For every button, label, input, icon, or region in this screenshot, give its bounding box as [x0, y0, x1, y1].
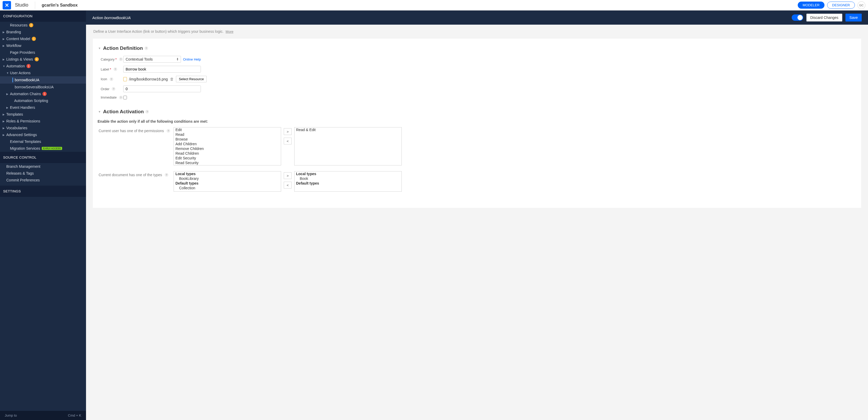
move-left-button[interactable]: < [284, 138, 291, 144]
description-text: Define a User Interface Action (link or … [93, 29, 223, 34]
list-item[interactable]: Edit Security [174, 156, 281, 160]
help-icon[interactable]: ? [114, 67, 117, 71]
sidebar-item-external-templates[interactable]: External Templates [0, 138, 86, 145]
enable-toggle[interactable] [792, 14, 803, 21]
immediate-checkbox[interactable] [123, 96, 127, 99]
trash-icon[interactable]: 🗑 [170, 77, 174, 81]
caret-right-icon: ▶ [3, 37, 6, 40]
help-icon[interactable]: ? [119, 96, 123, 99]
permissions-row: Current user has one of the permissions?… [96, 127, 858, 165]
help-icon[interactable]: ? [119, 57, 123, 61]
discard-button[interactable]: Discard Changes [806, 13, 842, 22]
sidebar-item-vocabularies[interactable]: ▶Vocabularies [0, 125, 86, 131]
permissions-available-listbox[interactable]: EditReadBrowseAdd ChildrenRemove Childre… [174, 127, 281, 165]
app-logo-icon[interactable]: ✕ [3, 1, 11, 9]
list-item[interactable]: Read Children [174, 151, 281, 156]
sidebar-item-borrow-several-books-ua[interactable]: borrowSeveralBooksUA [0, 84, 86, 91]
list-item[interactable]: Read [174, 132, 281, 137]
caret-right-icon: ▶ [3, 113, 6, 116]
section-title: Action Activation [103, 109, 144, 115]
sidebar-item-releases[interactable]: Releases & Tags [0, 170, 86, 177]
badge: 1 [32, 37, 36, 41]
sidebar-item-branch-mgmt[interactable]: Branch Management [0, 163, 86, 170]
list-item[interactable]: BookLibrary [174, 176, 281, 181]
label-input[interactable] [123, 66, 201, 73]
move-left-button[interactable]: < [284, 182, 291, 189]
sidebar-section-settings: SETTINGS [0, 186, 86, 197]
required-icon: * [115, 57, 117, 61]
list-item[interactable]: Add Children [174, 141, 281, 146]
list-item[interactable]: Edit [174, 127, 281, 132]
sidebar-item-event-handlers[interactable]: ▶Event Handlers [0, 104, 86, 111]
sidebar-jump-to[interactable]: Jump to Cmd + K [0, 411, 86, 420]
help-icon[interactable]: ? [145, 110, 149, 114]
sidebar-item-automation-scripting[interactable]: Automation Scripting [0, 97, 86, 104]
sidebar-item-roles[interactable]: ▶Roles & Permissions [0, 118, 86, 125]
caret-right-icon: ▶ [3, 44, 6, 47]
sidebar-item-resources[interactable]: Resources2 [0, 22, 86, 29]
section-caret-icon[interactable]: ▼ [98, 47, 101, 50]
sidebar-item-listings[interactable]: ▶Listings & Views4 [0, 56, 86, 63]
sidebar-item-commit-prefs[interactable]: Commit Preferences [0, 177, 86, 184]
main-content: Action borrowBookUA Discard Changes Save… [86, 10, 868, 420]
user-avatar[interactable]: GC [858, 1, 865, 9]
list-item[interactable]: Book [294, 176, 401, 181]
top-bar: ✕ Studio gcarlin's Sandbox MODELER DESIG… [0, 0, 868, 10]
sidebar-item-branding[interactable]: ▶Branding [0, 29, 86, 35]
toggle-knob [798, 15, 803, 20]
help-icon[interactable]: ? [165, 173, 168, 177]
section-caret-icon[interactable]: ▼ [98, 110, 101, 113]
immediate-label: Immediate [101, 95, 117, 99]
list-group-header: Local types [294, 171, 401, 176]
sidebar-item-borrow-book-ua[interactable]: borrowBookUA [0, 76, 86, 84]
move-right-button[interactable]: > [284, 172, 291, 179]
more-link[interactable]: More [225, 30, 234, 34]
modeler-button[interactable]: MODELER [798, 2, 825, 9]
caret-right-icon: ▶ [6, 106, 9, 109]
badge: 2 [29, 23, 33, 27]
order-input[interactable] [123, 86, 201, 92]
move-right-button[interactable]: > [284, 128, 291, 135]
sidebar-item-automation-chains[interactable]: ▶Automation Chains1 [0, 91, 86, 97]
category-select[interactable]: Contextual Tools ▲▼ [123, 56, 181, 63]
help-icon[interactable]: ? [166, 129, 170, 133]
help-icon[interactable]: ? [110, 77, 113, 81]
sidebar-item-migration[interactable]: Migration ServicesEARLY ACCESS [0, 145, 86, 152]
list-item[interactable]: Read & Edit [294, 127, 401, 132]
sidebar-item-templates[interactable]: ▶Templates [0, 111, 86, 118]
types-selected-listbox[interactable]: Local typesBookDefault types [294, 171, 402, 192]
types-available-listbox[interactable]: Local typesBookLibraryDefault typesColle… [174, 171, 281, 192]
online-help-link[interactable]: Online Help [183, 57, 201, 61]
sidebar-item-workflow[interactable]: ▶Workflow [0, 42, 86, 49]
save-button[interactable]: Save [845, 13, 862, 22]
sidebar-item-page-providers[interactable]: Page Providers [0, 49, 86, 56]
category-label: Category [101, 57, 115, 61]
sidebar-item-advanced[interactable]: ▶Advanced Settings [0, 131, 86, 138]
list-item[interactable]: Read Security [174, 160, 281, 165]
permissions-label: Current user has one of the permissions [99, 129, 164, 133]
caret-right-icon: ▶ [3, 133, 6, 136]
list-item[interactable]: Collection [174, 186, 281, 190]
section-action-activation: ▼ Action Activation ? Enable the action … [96, 109, 858, 192]
section-title: Action Definition [103, 45, 143, 51]
project-title: gcarlin's Sandbox [42, 3, 78, 8]
form-panel: ▼ Action Definition ? Category*? Context… [93, 38, 861, 208]
help-icon[interactable]: ? [145, 46, 148, 50]
permissions-selected-listbox[interactable]: Read & Edit [294, 127, 402, 165]
label-label: Label [101, 67, 109, 71]
select-resource-button[interactable]: Select Resource [176, 76, 207, 82]
description-row: Define a User Interface Action (link or … [86, 25, 868, 38]
badge-early-access: EARLY ACCESS [42, 147, 62, 150]
order-label: Order [101, 87, 110, 91]
sidebar-item-user-actions[interactable]: ▼User Actions [0, 69, 86, 76]
designer-button[interactable]: DESIGNER [827, 2, 855, 9]
help-icon[interactable]: ? [112, 87, 115, 91]
sidebar-item-content-model[interactable]: ▶Content Model1 [0, 35, 86, 42]
badge: 1 [42, 92, 47, 96]
sidebar-item-automation[interactable]: ▼Automation1 [0, 63, 86, 69]
sidebar: CONFIGURATION Resources2 ▶Branding ▶Cont… [0, 10, 86, 420]
list-item[interactable]: Remove Children [174, 146, 281, 151]
category-value: Contextual Tools [126, 57, 153, 61]
list-item[interactable]: Browse [174, 137, 281, 141]
caret-down-icon: ▼ [3, 65, 6, 68]
